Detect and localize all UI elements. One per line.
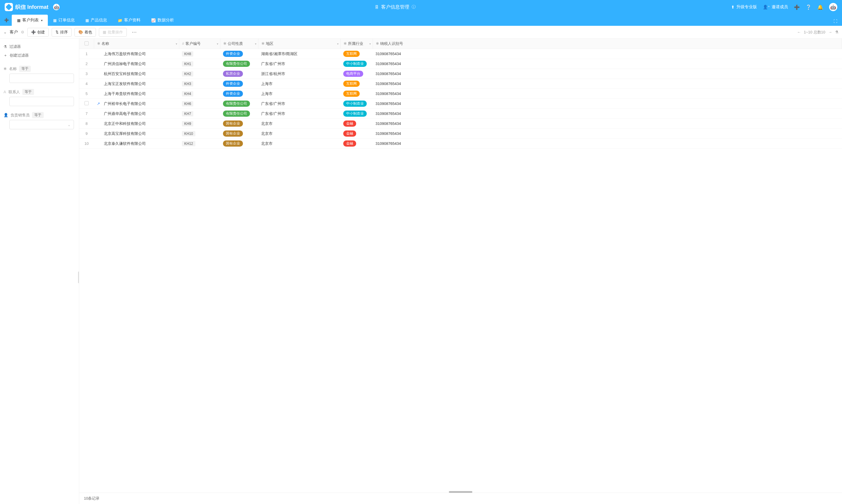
row-checkbox[interactable] [85, 101, 89, 105]
view-settings-icon[interactable]: ⚙ [21, 30, 24, 34]
th-industry[interactable]: ✱所属行业▾ [340, 39, 373, 49]
th-region[interactable]: ✱地区▾ [258, 39, 340, 49]
cell-name[interactable]: ↗杭州百安宝科技有限公司 [94, 69, 179, 79]
th-code[interactable]: #客户编号▾ [179, 39, 220, 49]
sort-button[interactable]: ⇅ 排序 [52, 28, 72, 37]
create-filter-label: 创建过滤器 [10, 53, 29, 58]
chevron-down-icon[interactable]: ▾ [217, 42, 218, 46]
filter-name-input[interactable] [10, 74, 74, 83]
tab-4[interactable]: 📈数据分析 [146, 15, 179, 26]
color-button[interactable]: 🎨 着色 [74, 28, 96, 37]
table-row[interactable]: 10↗北京泰久谦软件有限公司KH12国有企业北京市金融310908765434 [79, 139, 842, 149]
cell-code: KH7 [179, 109, 220, 119]
data-table: ✱名称▾ #客户编号▾ ✱公司性质▾ ✱地区▾ ✱所属行业▾ ✱纳税人识别号 1… [79, 39, 842, 149]
table-row[interactable]: 2↗广州洪信禄电子有限公司KH1有限责任公司广东省/广州市中小制造业310908… [79, 59, 842, 69]
info-icon[interactable]: ⓘ [411, 4, 416, 10]
avatar[interactable]: 🤖 [829, 3, 837, 11]
cell-index: 5 [79, 89, 94, 99]
nature-pill: 外资企业 [223, 91, 243, 97]
next-page-icon[interactable]: → [828, 30, 832, 34]
filter-sales-select[interactable]: ⌄ [10, 120, 74, 129]
tab-0[interactable]: ▦客户列表▾ [12, 15, 48, 26]
operator-chip[interactable]: 等于 [32, 112, 44, 118]
plus-icon: ➕ [31, 30, 36, 34]
industry-pill: 中小制造业 [343, 61, 367, 67]
table-row[interactable]: 7↗广州鼎华高电子有限公司KH7有限责任公司广东省/广州市中小制造业310908… [79, 109, 842, 119]
nature-pill: 国有企业 [223, 130, 243, 137]
tab-3[interactable]: 📁客户资料 [112, 15, 146, 26]
cell-industry: 互联网 [340, 49, 373, 59]
cell-name[interactable]: ↗广州裕华长电子有限公司 [94, 99, 179, 109]
filter-contact-input[interactable] [10, 97, 74, 106]
chevron-down-icon[interactable]: ▾ [337, 42, 338, 46]
filter-link[interactable]: ⚗ 过滤器 [3, 42, 75, 51]
industry-pill: 金融 [343, 121, 356, 127]
upgrade-button[interactable]: ⬆ 升级专业版 [731, 4, 757, 10]
table-row[interactable]: 6↗广州裕华长电子有限公司KH6有限责任公司广东省/广州市中小制造业310908… [79, 99, 842, 109]
cell-code: KH9 [179, 119, 220, 129]
table-row[interactable]: 9↗北京高宝厚科技有限公司KH10国有企业北京市金融310908765434 [79, 129, 842, 139]
record-count: 10条记录 [84, 496, 100, 501]
th-code-label: 客户编号 [186, 41, 201, 46]
table-scroll[interactable]: ✱名称▾ #客户编号▾ ✱公司性质▾ ✱地区▾ ✱所属行业▾ ✱纳税人识别号 1… [79, 39, 842, 492]
table-row[interactable]: 3↗杭州百安宝科技有限公司KH2私营企业浙江省/杭州市电商平台310908765… [79, 69, 842, 79]
cell-name[interactable]: ↗北京高宝厚科技有限公司 [94, 129, 179, 139]
maximize-icon[interactable]: ⛶ [831, 17, 840, 26]
filter-icon[interactable]: ⚗ [835, 30, 839, 34]
table-row[interactable]: 1↗上海伟万盈软件有限公司KH8外资企业湖南省/湘潭市/雨湖区互联网310908… [79, 49, 842, 59]
cell-name[interactable]: ↗广州鼎华高电子有限公司 [94, 109, 179, 119]
cell-industry: 中小制造业 [340, 99, 373, 109]
more-button[interactable]: ··· [130, 29, 139, 35]
open-record-icon[interactable]: ↗ [97, 102, 102, 106]
cell-name[interactable]: ↗上海伟万盈软件有限公司 [94, 49, 179, 59]
cell-name[interactable]: ↗上海宝正发软件有限公司 [94, 79, 179, 89]
chevron-down-icon[interactable]: ▾ [41, 19, 42, 22]
help-icon[interactable]: ❔ [806, 4, 811, 10]
cell-name[interactable]: ↗北京正中和科技有限公司 [94, 119, 179, 129]
nature-pill: 国有企业 [223, 121, 243, 127]
logo[interactable]: 织信 Informat 🤖 [5, 3, 59, 11]
cell-name[interactable]: ↗上海干寿贵软件有限公司 [94, 89, 179, 99]
chevron-down-icon[interactable]: ▾ [369, 42, 371, 46]
add-tab-button[interactable]: ➕ [2, 16, 11, 24]
invite-label: 邀请成员 [772, 4, 788, 10]
operator-chip[interactable]: 等于 [19, 66, 31, 72]
cell-nature: 外资企业 [220, 89, 258, 99]
create-button[interactable]: ➕ 创建 [27, 28, 49, 37]
table-row[interactable]: 8↗北京正中和科技有限公司KH9国有企业北京市金融310908765434 [79, 119, 842, 129]
industry-pill: 金融 [343, 130, 356, 137]
name-text: 杭州百安宝科技有限公司 [104, 71, 146, 76]
cell-name[interactable]: ↗北京泰久谦软件有限公司 [94, 139, 179, 149]
cell-nature: 私营企业 [220, 69, 258, 79]
create-filter-link[interactable]: ＋ 创建过滤器 [3, 51, 75, 60]
th-nature[interactable]: ✱公司性质▾ [220, 39, 258, 49]
operator-chip[interactable]: 等于 [22, 89, 34, 95]
th-name[interactable]: ✱名称▾ [94, 39, 179, 49]
chevron-down-icon[interactable]: ▾ [255, 42, 257, 46]
add-icon[interactable]: ➕ [794, 4, 800, 10]
sidebar-resize-handle[interactable] [78, 271, 79, 283]
invite-button[interactable]: 👤⁺ 邀请成员 [763, 4, 788, 10]
chevron-down-icon[interactable]: ▾ [176, 42, 177, 46]
table-row[interactable]: 5↗上海干寿贵软件有限公司KH4外资企业上海市互联网310908765434 [79, 89, 842, 99]
cell-industry: 互联网 [340, 79, 373, 89]
cell-region: 上海市 [258, 79, 340, 89]
cell-region: 上海市 [258, 89, 340, 99]
header-title-area: 🗄 客户信息管理 ⓘ [59, 4, 731, 10]
asterisk-icon: ✱ [376, 41, 379, 46]
tab-2[interactable]: ▦产品信息 [80, 15, 112, 26]
table-row[interactable]: 4↗上海宝正发软件有限公司KH3外资企业上海市互联网310908765434 [79, 79, 842, 89]
select-all-checkbox[interactable] [85, 41, 89, 46]
filter-label: 过滤器 [10, 44, 21, 49]
cell-region: 广东省/广州市 [258, 109, 340, 119]
horizontal-scrollbar[interactable] [449, 491, 472, 493]
pagination-text: 1~10 总数10 [804, 30, 825, 35]
logo-icon [5, 3, 13, 11]
tab-1[interactable]: ▦订单信息 [48, 15, 80, 26]
th-taxid[interactable]: ✱纳税人识别号 [373, 39, 842, 49]
cell-name[interactable]: ↗广州洪信禄电子有限公司 [94, 59, 179, 69]
th-nature-label: 公司性质 [228, 41, 243, 46]
prev-page-icon[interactable]: ← [797, 30, 801, 34]
bell-icon[interactable]: 🔔 [817, 4, 823, 10]
collapse-chevron-icon[interactable]: ⌄ [3, 30, 7, 34]
